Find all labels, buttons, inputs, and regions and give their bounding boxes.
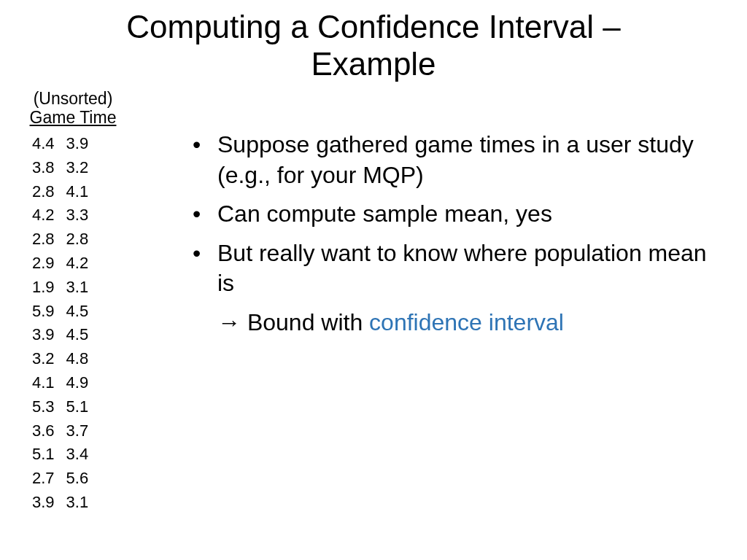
table-cell: 5.1 <box>66 396 99 419</box>
table-row: 3.93.1 <box>32 491 98 514</box>
table-cell: 4.8 <box>66 348 99 370</box>
table-cell: 3.1 <box>66 491 99 514</box>
table-cell: 4.5 <box>66 300 99 323</box>
table-cell: 2.8 <box>32 228 65 251</box>
bullet-2: Can compute sample mean, yes <box>182 199 715 230</box>
table-row: 4.14.9 <box>32 372 98 394</box>
table-cell: 2.8 <box>66 228 99 251</box>
title-line2: Example <box>311 46 436 82</box>
table-row: 3.94.5 <box>32 324 98 346</box>
table-cell: 3.6 <box>32 420 65 443</box>
table-cell: 3.9 <box>66 133 99 155</box>
table-row: 3.83.2 <box>32 157 98 179</box>
table-cell: 5.3 <box>32 396 65 419</box>
arrow-icon: → <box>217 309 241 335</box>
table-header-line1: (Unsorted) <box>26 89 120 108</box>
table-cell: 3.9 <box>32 324 65 346</box>
table-cell: 4.1 <box>66 181 99 203</box>
slide-title: Computing a Confidence Interval – Exampl… <box>0 9 747 82</box>
table-row: 5.13.4 <box>32 443 98 466</box>
title-line1: Computing a Confidence Interval – <box>126 9 621 44</box>
table-row: 3.24.8 <box>32 348 98 370</box>
table-cell: 4.5 <box>66 324 99 346</box>
table-cell: 2.8 <box>32 181 65 203</box>
table-cell: 5.1 <box>32 443 65 466</box>
table-row: 1.93.1 <box>32 276 98 299</box>
bullet-3: But really want to know where population… <box>182 238 715 299</box>
table-row: 5.35.1 <box>32 396 98 419</box>
table-cell: 3.8 <box>32 157 65 179</box>
bullet-1: Suppose gathered game times in a user st… <box>182 130 715 190</box>
table-cell: 3.2 <box>66 157 99 179</box>
table-cell: 2.7 <box>32 467 65 490</box>
table-row: 4.23.3 <box>32 204 98 227</box>
table-cell: 5.6 <box>66 467 99 490</box>
table-row: 2.94.2 <box>32 252 98 275</box>
table-cell: 3.1 <box>66 276 99 299</box>
table-cell: 4.2 <box>32 204 65 227</box>
table-cell: 4.9 <box>66 372 99 394</box>
table-row: 3.63.7 <box>32 420 98 443</box>
table-cell: 4.2 <box>66 252 99 275</box>
table-cell: 2.9 <box>32 252 65 275</box>
table-cell: 1.9 <box>32 276 65 299</box>
table-header-line2: Game Time <box>26 108 120 127</box>
table-cell: 3.7 <box>66 420 99 443</box>
table-row: 2.84.1 <box>32 181 98 203</box>
table-cell: 3.9 <box>32 491 65 514</box>
table-row: 4.43.9 <box>32 133 98 155</box>
table-row: 2.82.8 <box>32 228 98 251</box>
table-cell: 3.2 <box>32 348 65 370</box>
table-row: 2.75.6 <box>32 467 98 490</box>
table-cell: 4.1 <box>32 372 65 394</box>
arrow-text: Bound with <box>241 309 369 335</box>
table-body: 4.43.93.83.22.84.14.23.32.82.82.94.21.93… <box>32 133 98 514</box>
highlight-text: confidence interval <box>369 309 564 335</box>
table-cell: 3.3 <box>66 204 99 227</box>
arrow-line: → Bound with confidence interval <box>182 308 715 338</box>
table-cell: 3.4 <box>66 443 99 466</box>
game-time-table: 4.43.93.83.22.84.14.23.32.82.82.94.21.93… <box>31 131 100 516</box>
table-row: 5.94.5 <box>32 300 98 323</box>
bullet-list: Suppose gathered game times in a user st… <box>182 130 715 347</box>
table-cell: 5.9 <box>32 300 65 323</box>
table-cell: 4.4 <box>32 133 65 155</box>
data-table-header: (Unsorted) Game Time <box>26 89 120 128</box>
